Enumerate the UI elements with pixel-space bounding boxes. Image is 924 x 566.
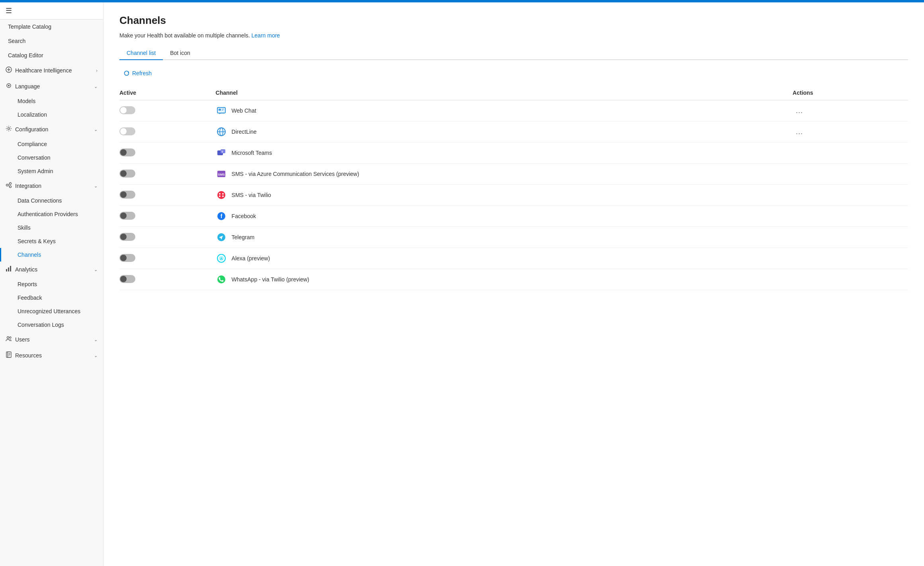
sidebar-header: ☰ [0,2,103,20]
sidebar-item-secrets-keys[interactable]: Secrets & Keys [0,234,103,248]
sidebar-section-resources[interactable]: Resources ⌄ [0,347,103,363]
svg-text:SMS: SMS [218,173,225,176]
table-row: f Facebook [119,206,908,227]
channel-name-whatsapp: WhatsApp - via Twilio (preview) [232,276,309,283]
sidebar-item-models[interactable]: Models [0,94,103,108]
icon-sms-twilio [216,189,227,201]
icon-telegram [216,232,227,243]
integration-icon [6,182,12,190]
sidebar-section-integration[interactable]: Integration ⌄ [0,178,103,194]
app-container: ☰ Template Catalog Search Catalog Editor [0,2,924,566]
users-icon [6,336,12,344]
actions-menu-web-chat[interactable]: ... [793,106,806,115]
hamburger-icon[interactable]: ☰ [6,6,12,15]
sidebar-item-catalog-editor[interactable]: Catalog Editor [0,48,103,62]
sidebar: ☰ Template Catalog Search Catalog Editor [0,2,104,566]
refresh-button[interactable]: Refresh [119,68,156,78]
sidebar-section-language[interactable]: Language ⌄ [0,78,103,94]
sidebar-item-conversation[interactable]: Conversation [0,151,103,164]
sidebar-section-configuration[interactable]: Configuration ⌄ [0,121,103,137]
healthcare-label: Healthcare Intelligence [15,67,72,74]
sidebar-item-unrecognized-utterances[interactable]: Unrecognized Utterances [0,304,103,318]
channel-name-sms-azure: SMS - via Azure Communication Services (… [232,171,359,177]
sidebar-item-conversation-logs[interactable]: Conversation Logs [0,318,103,332]
analytics-icon [6,265,12,273]
template-catalog-label: Template Catalog [8,23,51,30]
configuration-label: Configuration [15,126,48,133]
sidebar-item-reports[interactable]: Reports [0,277,103,291]
icon-facebook: f [216,211,227,222]
sidebar-item-localization[interactable]: Localization [0,108,103,121]
main-content: Channels Make your Health bot available … [104,2,924,566]
sidebar-section-healthcare[interactable]: Healthcare Intelligence › [0,62,103,78]
learn-more-link[interactable]: Learn more [252,32,280,39]
integration-label: Integration [15,183,41,189]
table-row: SMS SMS - via Azure Communication Servic… [119,164,908,185]
integration-chevron: ⌄ [94,183,98,189]
svg-rect-12 [8,267,9,271]
table-row: T Microsoft Teams [119,142,908,164]
configuration-icon [6,125,12,133]
sidebar-section-users[interactable]: Users ⌄ [0,332,103,347]
sidebar-section-analytics[interactable]: Analytics ⌄ [0,262,103,277]
table-row: SMS - via Twilio [119,185,908,206]
toggle-facebook[interactable] [119,212,135,220]
sidebar-item-skills[interactable]: Skills [0,221,103,234]
toggle-alexa[interactable] [119,254,135,262]
svg-point-14 [7,337,9,339]
refresh-icon [123,70,130,76]
table-row: A Alexa (preview) [119,248,908,269]
language-chevron: ⌄ [94,84,98,89]
healthcare-icon [6,66,12,74]
toggle-microsoft-teams[interactable] [119,148,135,156]
sidebar-item-feedback[interactable]: Feedback [0,291,103,304]
svg-text:f: f [220,213,222,219]
language-label: Language [15,83,40,90]
sidebar-item-template-catalog[interactable]: Template Catalog [0,20,103,34]
actions-menu-directline[interactable]: ... [793,127,806,137]
table-row: WhatsApp - via Twilio (preview) [119,269,908,290]
sidebar-item-data-connections[interactable]: Data Connections [0,194,103,207]
svg-point-8 [10,186,12,188]
description-text: Make your Health bot available on multip… [119,32,250,39]
toggle-telegram[interactable] [119,233,135,241]
svg-rect-11 [6,269,7,271]
col-header-active: Active [119,86,216,100]
toggle-web-chat[interactable] [119,106,135,114]
analytics-label: Analytics [15,266,37,273]
sidebar-item-compliance[interactable]: Compliance [0,137,103,151]
catalog-editor-label: Catalog Editor [8,52,43,59]
svg-rect-13 [10,266,11,271]
toggle-whatsapp[interactable] [119,275,135,283]
sidebar-item-search[interactable]: Search [0,34,103,48]
sidebar-scroll: Template Catalog Search Catalog Editor [0,20,103,566]
channel-name-sms-twilio: SMS - via Twilio [232,192,271,198]
table-row: Web Chat... [119,100,908,121]
channel-name-microsoft-teams: Microsoft Teams [232,150,272,156]
channel-name-web-chat: Web Chat [232,107,256,114]
tab-bot-icon[interactable]: Bot icon [163,47,197,60]
sidebar-item-auth-providers[interactable]: Authentication Providers [0,207,103,221]
resources-icon [6,351,12,359]
toggle-directline[interactable] [119,127,135,135]
icon-alexa: A [216,253,227,264]
tab-channel-list[interactable]: Channel list [119,47,163,60]
toggle-sms-azure[interactable] [119,170,135,178]
svg-point-15 [10,337,11,338]
svg-point-33 [217,191,225,199]
icon-directline [216,126,227,137]
configuration-chevron: ⌄ [94,127,98,132]
table-row: DirectLine... [119,121,908,142]
toggle-sms-twilio[interactable] [119,191,135,199]
sidebar-item-system-admin[interactable]: System Admin [0,164,103,178]
svg-point-5 [8,128,10,130]
svg-rect-22 [219,109,221,111]
table-row: Telegram [119,227,908,248]
refresh-label: Refresh [132,70,152,76]
sidebar-item-channels[interactable]: Channels [0,248,103,262]
svg-line-10 [8,185,10,186]
svg-text:T: T [221,150,223,153]
svg-point-6 [6,184,8,186]
channel-name-directline: DirectLine [232,129,257,135]
svg-point-35 [222,193,224,195]
